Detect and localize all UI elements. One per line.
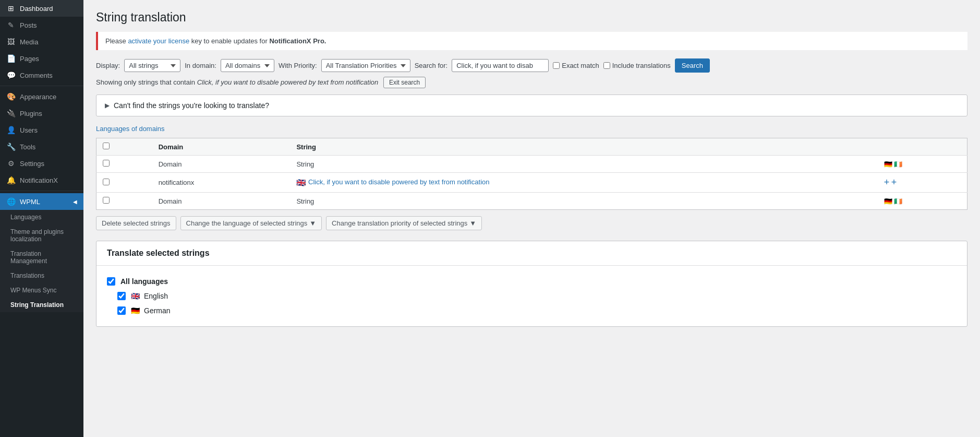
languages-of-domains-link[interactable]: Languages of domains xyxy=(96,125,967,133)
change-priority-dropdown[interactable]: Change translation priority of selected … xyxy=(326,216,482,230)
flag-german: 🇩🇪 xyxy=(884,160,892,168)
activate-license-link[interactable]: activate your license xyxy=(128,37,189,45)
sidebar-item-settings[interactable]: ⚙ Settings xyxy=(0,155,83,172)
sidebar-item-media[interactable]: 🖼 Media xyxy=(0,33,83,50)
notice-text-after: key to enable updates for xyxy=(189,37,269,45)
dashboard-icon: ⊞ xyxy=(6,4,16,13)
english-checkbox[interactable] xyxy=(117,292,126,300)
accordion-header[interactable]: ▶ Can't find the strings you're looking … xyxy=(96,95,967,116)
wpml-arrow-icon: ◀ xyxy=(73,199,77,205)
sidebar-sub-item-theme-plugins[interactable]: Theme and plugins localization xyxy=(0,225,83,246)
german-lang-name: German xyxy=(144,306,171,315)
english-label: 🇬🇧 English xyxy=(131,292,168,300)
include-translations-checkbox[interactable] xyxy=(603,62,610,69)
include-translations-label: Include translations xyxy=(612,62,671,69)
tools-icon: 🔧 xyxy=(6,143,16,151)
pages-icon: 📄 xyxy=(6,54,16,63)
row-checkbox[interactable] xyxy=(103,179,110,185)
row-checkbox-cell xyxy=(96,156,152,173)
flag-irish-2: 🇮🇪 xyxy=(894,197,902,205)
english-lang-row: 🇬🇧 English xyxy=(107,289,957,303)
german-label: 🇩🇪 German xyxy=(131,306,171,315)
row-plus-cell: + + xyxy=(878,173,967,193)
change-language-dropdown[interactable]: Change the language of selected strings … xyxy=(180,216,322,230)
sidebar-item-notificationx[interactable]: 🔔 NotificationX xyxy=(0,172,83,188)
sidebar-item-users[interactable]: 👤 Users xyxy=(0,122,83,138)
sidebar-item-comments[interactable]: 💬 Comments xyxy=(0,67,83,84)
sidebar-divider-2 xyxy=(0,191,83,191)
sidebar-item-wpml[interactable]: 🌐 WPML ◀ xyxy=(0,193,83,210)
priority-select[interactable]: All Translation Priorities Normal High xyxy=(321,59,410,72)
table-header-translations xyxy=(878,138,967,156)
search-input[interactable] xyxy=(452,59,549,72)
domain-select[interactable]: All domains notificationx xyxy=(221,59,274,72)
filter-bar: Display: All strings Untranslated Transl… xyxy=(96,58,967,73)
change-priority-arrow-icon: ▼ xyxy=(469,219,476,227)
table-row: Domain String 🇩🇪 🇮🇪 xyxy=(96,156,967,173)
sidebar-item-posts[interactable]: ✎ Posts xyxy=(0,17,83,33)
exact-match-label: Exact match xyxy=(562,62,599,69)
all-languages-checkbox[interactable] xyxy=(107,277,115,286)
wpml-icon: 🌐 xyxy=(6,197,16,206)
string-link[interactable]: Click, if you want to disable powered by… xyxy=(308,178,490,186)
domain-label: In domain: xyxy=(185,62,216,69)
row-checkbox-cell xyxy=(96,173,152,193)
exact-match-checkbox[interactable] xyxy=(553,62,560,69)
sidebar-item-dashboard[interactable]: ⊞ Dashboard xyxy=(0,0,83,17)
all-languages-label: All languages xyxy=(120,277,168,286)
delete-selected-button[interactable]: Delete selected strings xyxy=(96,216,176,230)
german-checkbox[interactable] xyxy=(117,306,126,315)
sidebar-item-label: Dashboard xyxy=(20,5,53,13)
sidebar-item-label: Plugins xyxy=(20,110,42,117)
notice-bold: NotificationX Pro. xyxy=(269,37,326,45)
sidebar-sub-item-translations[interactable]: Translations xyxy=(0,268,83,283)
sidebar-sub-item-wp-menus-sync[interactable]: WP Menus Sync xyxy=(0,283,83,298)
sidebar-item-label: Users xyxy=(20,126,38,134)
sidebar-item-label: Pages xyxy=(20,55,39,63)
sidebar-item-label: Tools xyxy=(20,143,35,151)
bulk-action-bar: Delete selected strings Change the langu… xyxy=(96,216,967,230)
sidebar-sub-item-languages[interactable]: Languages xyxy=(0,210,83,225)
notificationx-icon: 🔔 xyxy=(6,176,16,184)
sidebar-item-tools[interactable]: 🔧 Tools xyxy=(0,138,83,155)
sidebar-sub-item-translation-management[interactable]: Translation Management xyxy=(0,246,83,268)
english-flag-icon: 🇬🇧 xyxy=(131,292,140,300)
translate-section-header: Translate selected strings xyxy=(96,241,967,266)
add-translation-button-2[interactable]: + xyxy=(891,177,897,187)
display-select[interactable]: All strings Untranslated Translated xyxy=(124,59,180,72)
table-header-checkbox xyxy=(96,138,152,156)
exact-match-checkbox-label: Exact match xyxy=(553,62,599,69)
row-domain-cell: Domain xyxy=(152,156,291,173)
row-checkbox[interactable] xyxy=(103,197,110,204)
main-content: String translation Please activate your … xyxy=(83,0,980,437)
sidebar-item-label: Settings xyxy=(20,160,44,168)
sidebar-item-appearance[interactable]: 🎨 Appearance xyxy=(0,88,83,105)
accordion-arrow-icon: ▶ xyxy=(105,102,110,109)
sidebar-item-label: Appearance xyxy=(20,93,56,101)
settings-icon: ⚙ xyxy=(6,159,16,168)
showing-query: Click, if you want to disable powered by… xyxy=(197,78,379,86)
row-flags-cell: 🇩🇪 🇮🇪 xyxy=(878,193,967,210)
sidebar-item-plugins[interactable]: 🔌 Plugins xyxy=(0,105,83,122)
display-label: Display: xyxy=(96,62,120,69)
media-icon: 🖼 xyxy=(6,38,16,46)
exit-search-button[interactable]: Exit search xyxy=(383,77,426,88)
english-lang-name: English xyxy=(144,292,168,300)
row-checkbox[interactable] xyxy=(103,160,110,167)
add-german-translation-button[interactable]: + xyxy=(884,177,890,187)
sidebar: ⊞ Dashboard ✎ Posts 🖼 Media 📄 Pages 💬 Co… xyxy=(0,0,83,437)
sidebar-divider-1 xyxy=(0,86,83,86)
german-flag-icon: 🇩🇪 xyxy=(131,306,140,315)
row-string-cell: 🇬🇧 Click, if you want to disable powered… xyxy=(290,173,877,193)
sidebar-item-label: WPML xyxy=(20,198,40,206)
search-button[interactable]: Search xyxy=(675,58,710,73)
sidebar-item-pages[interactable]: 📄 Pages xyxy=(0,50,83,67)
plugins-icon: 🔌 xyxy=(6,109,16,117)
row-checkbox-cell xyxy=(96,193,152,210)
table-header-row: Domain String xyxy=(96,138,967,156)
select-all-checkbox[interactable] xyxy=(103,143,110,149)
row-string-cell: String xyxy=(290,156,877,173)
sidebar-sub-item-string-translation[interactable]: String Translation xyxy=(0,298,83,312)
all-languages-text: All languages xyxy=(120,277,168,286)
sidebar-item-label: Posts xyxy=(20,21,37,29)
